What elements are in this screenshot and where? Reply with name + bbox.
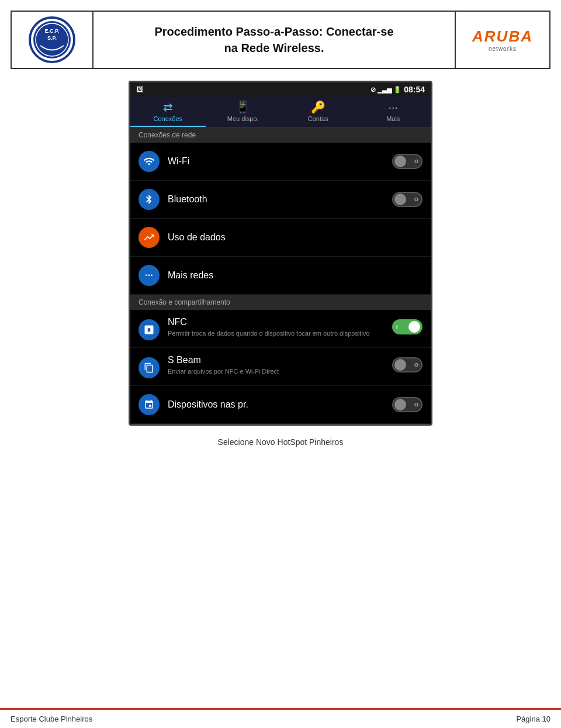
tab-conexoes-label: Conexões [153,115,182,122]
aruba-sub: networks [489,46,517,52]
sbeam-subtitle: Enviar arquivos por NFC e Wi-Fi Direct [168,367,392,375]
wifi-text: Wi-Fi [168,156,392,167]
dispositivos-toggle-knob [394,399,406,410]
bluetooth-title: Bluetooth [168,194,392,205]
dispositivos-title: Dispositivos nas pr. [168,399,392,410]
tab-contas[interactable]: 🔑 Contas [280,96,356,127]
svg-text:S.P.: S.P. [47,35,57,41]
tab-contas-label: Contas [308,115,328,122]
bluetooth-text: Bluetooth [168,194,392,205]
tab-meu-dispo[interactable]: 📱 Meu dispo. [206,96,281,127]
phone-screen: 🖼 ⊘ ▁▃▅ 🔋 08:54 ⇄ Conexões 📱 Meu dispo. … [129,81,432,426]
mais-icon: ··· [388,101,398,113]
bluetooth-icon [138,189,160,210]
wifi-toggle-knob [394,156,406,167]
row-uso-dados[interactable]: Uso de dados [130,219,431,257]
nfc-icon [138,319,160,340]
status-bar: 🖼 ⊘ ▁▃▅ 🔋 08:54 [130,82,431,96]
tab-mais-label: Mais [386,115,400,122]
sbeam-toggle[interactable]: O [392,357,423,372]
phone-caption: Selecione Novo HotSpot Pinheiros [218,437,344,447]
conexoes-icon: ⇄ [163,101,173,113]
nfc-toggle[interactable]: I [392,319,423,334]
contas-icon: 🔑 [311,101,325,113]
bluetooth-toggle[interactable]: O [392,192,423,207]
mais-redes-icon: ··· [138,265,160,286]
page-content: 🖼 ⊘ ▁▃▅ 🔋 08:54 ⇄ Conexões 📱 Meu dispo. … [0,69,561,708]
signal-icons: ⊘ ▁▃▅ 🔋 [370,86,401,94]
wifi-title: Wi-Fi [168,156,392,167]
logo-left: E.C.P. S.P. [12,12,94,68]
header-title: Procedimento Passo-a-Passo: Conectar-se … [94,12,456,68]
nfc-subtitle: Permitir troca de dados quando o disposi… [168,329,392,337]
footer-page: Página 10 [516,715,550,723]
uso-dados-text: Uso de dados [168,232,423,243]
tab-mais[interactable]: ··· Mais [356,96,431,127]
bluetooth-toggle-knob [394,194,406,205]
dispositivos-icon [138,394,160,415]
page-header: E.C.P. S.P. Procedimento Passo-a-Passo: … [11,11,550,69]
aruba-brand: ARUBA [472,27,533,46]
sbeam-icon [138,357,160,378]
row-mais-redes[interactable]: ··· Mais redes [130,257,431,295]
footer-org: Esporte Clube Pinheiros [11,715,92,723]
sbeam-toggle-knob [394,359,406,371]
row-nfc[interactable]: NFC Permitir troca de dados quando o dis… [130,310,431,348]
meu-dispo-icon: 📱 [236,101,250,113]
tab-meu-dispo-label: Meu dispo. [227,115,259,122]
nfc-text: NFC Permitir troca de dados quando o dis… [168,317,392,337]
section-header-conexao: Conexão e compartilhamento [130,295,431,310]
status-left: 🖼 [136,85,143,94]
dispositivos-text: Dispositivos nas pr. [168,399,392,410]
dispositivos-toggle[interactable]: O [392,397,423,412]
uso-dados-title: Uso de dados [168,232,423,243]
uso-dados-icon [138,227,160,248]
sbeam-title: S Beam [168,355,392,365]
section-header-conexoes: Conexões de rede [130,127,431,143]
nfc-title: NFC [168,317,392,327]
page-footer: Esporte Clube Pinheiros Página 10 [0,708,561,728]
tab-conexoes[interactable]: ⇄ Conexões [130,96,206,127]
row-dispositivos[interactable]: Dispositivos nas pr. O [130,386,431,424]
mais-redes-title: Mais redes [168,270,423,281]
wifi-toggle[interactable]: O [392,154,423,169]
sbeam-text: S Beam Enviar arquivos por NFC e Wi-Fi D… [168,355,392,375]
clock: 08:54 [404,85,425,94]
status-right: ⊘ ▁▃▅ 🔋 08:54 [370,85,425,94]
nfc-toggle-knob [408,321,420,333]
landscape-icon: 🖼 [136,85,143,94]
aruba-logo: ARUBA networks [456,12,549,68]
svg-text:E.C.P.: E.C.P. [45,28,60,34]
mais-redes-text: Mais redes [168,270,423,281]
row-bluetooth[interactable]: Bluetooth O [130,181,431,219]
wifi-icon [138,151,160,172]
tab-bar: ⇄ Conexões 📱 Meu dispo. 🔑 Contas ··· Mai… [130,96,431,127]
row-wifi[interactable]: Wi-Fi O [130,143,431,181]
row-sbeam[interactable]: S Beam Enviar arquivos por NFC e Wi-Fi D… [130,348,431,386]
